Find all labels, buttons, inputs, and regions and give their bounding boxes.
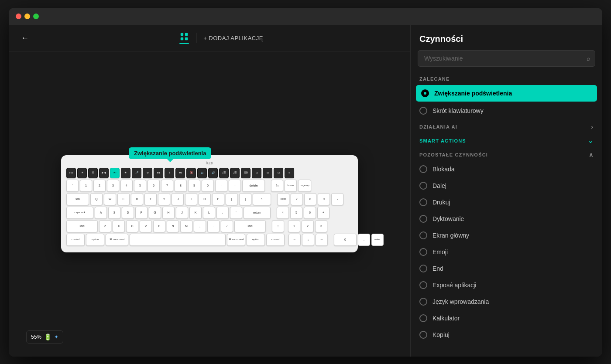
key-f11[interactable]: 🔇 <box>186 168 196 178</box>
key-4[interactable]: 4 <box>120 180 133 192</box>
key-capslock[interactable]: caps lock <box>66 207 93 219</box>
key-roption[interactable]: option <box>247 234 265 246</box>
action-zwiekszanie[interactable]: Zwiększanie podświetlenia <box>416 85 597 102</box>
key-u[interactable]: U <box>172 193 184 205</box>
key-f8[interactable]: ⏮ <box>154 168 163 178</box>
key-rctrl[interactable]: control <box>266 234 285 246</box>
key-down-arrow[interactable]: ↓ <box>302 234 314 246</box>
key-home[interactable]: home <box>285 180 297 192</box>
key-num8[interactable]: 8 <box>304 193 316 205</box>
action-expose[interactable]: Exposé aplikacji <box>411 277 602 293</box>
action-blokada[interactable]: Blokada <box>411 161 602 177</box>
key-num9[interactable]: 9 <box>318 193 330 205</box>
key-num1[interactable]: 1 <box>288 220 300 232</box>
fullscreen-button[interactable] <box>33 14 39 19</box>
key-f1[interactable]: ☀ <box>77 168 87 178</box>
key-tab[interactable]: tab <box>66 193 89 205</box>
key-backtick[interactable]: ` <box>66 180 79 192</box>
key-return[interactable]: return <box>244 207 271 219</box>
key-delete[interactable]: delete <box>242 180 265 192</box>
key-rbracket[interactable]: ] <box>239 193 251 205</box>
key-comma[interactable]: , <box>194 220 206 232</box>
key-num3[interactable]: 3 <box>315 220 327 232</box>
key-r[interactable]: R <box>131 193 143 205</box>
key-k[interactable]: K <box>189 207 202 219</box>
key-y[interactable]: Y <box>158 193 170 205</box>
key-7[interactable]: 7 <box>161 180 173 192</box>
key-num5[interactable]: 5 <box>290 207 302 219</box>
key-numminus[interactable]: - <box>331 193 343 205</box>
action-dalej[interactable]: Dalej <box>411 177 602 194</box>
key-9[interactable]: 9 <box>188 180 200 192</box>
key-numplus[interactable]: + <box>317 207 330 219</box>
key-2[interactable]: 2 <box>93 180 106 192</box>
action-ekran[interactable]: Ekran główny <box>411 227 602 244</box>
section-smart[interactable]: SMART ACTIONS ⌄ <box>411 133 602 147</box>
close-button[interactable] <box>16 14 21 19</box>
key-clear[interactable]: clear <box>277 193 289 205</box>
key-l[interactable]: L <box>203 207 215 219</box>
key-v[interactable]: V <box>140 220 152 232</box>
key-fn-home[interactable]: fn <box>271 180 283 192</box>
search-input[interactable] <box>418 50 595 67</box>
key-period[interactable]: . <box>207 220 220 232</box>
key-slash[interactable]: / <box>221 220 233 232</box>
key-quote[interactable]: ' <box>230 207 242 219</box>
key-right-arrow[interactable]: → <box>316 234 328 246</box>
key-rshift[interactable]: shift <box>234 220 266 232</box>
key-8[interactable]: 8 <box>175 180 187 192</box>
key-f15[interactable]: 2☰ <box>230 168 240 178</box>
key-num6[interactable]: 6 <box>304 207 316 219</box>
key-f14[interactable]: 1☰ <box>219 168 229 178</box>
section-pozostale[interactable]: POZOSTAŁE CZYNNOŚCI ∧ <box>411 147 602 161</box>
key-z[interactable]: Z <box>99 220 111 232</box>
key-equal[interactable]: = <box>229 180 241 192</box>
key-numenter[interactable]: enter <box>371 234 384 246</box>
key-e[interactable]: E <box>117 193 130 205</box>
key-num0[interactable]: 0 <box>334 234 357 246</box>
key-num2[interactable]: 2 <box>302 220 314 232</box>
key-f4[interactable]: ☀+ <box>110 168 120 178</box>
key-fnb[interactable]: ⊡ <box>274 168 283 178</box>
key-i[interactable]: I <box>185 193 197 205</box>
key-j[interactable]: J <box>176 207 188 219</box>
action-kalkulator[interactable]: Kalkulator <box>411 310 602 327</box>
key-minus[interactable]: - <box>215 180 227 192</box>
back-button[interactable]: ← <box>17 32 32 44</box>
action-emoji[interactable]: Emoji <box>411 244 602 260</box>
key-f2[interactable]: ⌘ <box>88 168 98 178</box>
key-h[interactable]: H <box>162 207 175 219</box>
key-q[interactable]: Q <box>90 193 103 205</box>
key-5[interactable]: 5 <box>134 180 146 192</box>
action-kopiuj[interactable]: Kopiuj <box>411 327 602 343</box>
key-space[interactable] <box>130 234 226 246</box>
key-f12[interactable]: 🔉 <box>197 168 207 178</box>
key-c[interactable]: C <box>126 220 138 232</box>
key-lshift[interactable]: shift <box>66 220 98 232</box>
key-b[interactable]: B <box>153 220 165 232</box>
key-o[interactable]: O <box>199 193 211 205</box>
key-lctrl[interactable]: control <box>66 234 85 246</box>
action-dyktowanie[interactable]: Dyktowanie <box>411 211 602 227</box>
key-a[interactable]: A <box>95 207 107 219</box>
key-d[interactable]: D <box>122 207 134 219</box>
key-num4[interactable]: 4 <box>277 207 289 219</box>
key-rcommand[interactable]: ⌘ command <box>227 234 245 246</box>
key-left-arrow[interactable]: ← <box>288 234 301 246</box>
add-app-button[interactable]: + DODAJ APLIKACJĘ <box>203 35 263 41</box>
key-lbracket[interactable]: [ <box>226 193 238 205</box>
key-m[interactable]: M <box>180 220 192 232</box>
key-pgup[interactable]: page up <box>298 180 311 192</box>
key-n[interactable]: N <box>167 220 179 232</box>
key-fnc[interactable]: ⌾ <box>285 168 294 178</box>
action-jezyk[interactable]: Język wprowadzania <box>411 293 602 310</box>
section-ai[interactable]: DZIAŁANIA AI › <box>411 119 602 133</box>
key-del[interactable]: ⊟ <box>252 168 261 178</box>
key-up-arrow[interactable]: ↑ <box>272 220 284 232</box>
key-f13[interactable]: 🔊 <box>208 168 218 178</box>
key-f3[interactable]: ▶◀ <box>99 168 109 178</box>
action-end[interactable]: End <box>411 260 602 277</box>
key-f10[interactable]: ⏭ <box>175 168 185 178</box>
key-w[interactable]: W <box>104 193 116 205</box>
action-skrot[interactable]: Skrót klawiaturowy <box>411 102 602 119</box>
